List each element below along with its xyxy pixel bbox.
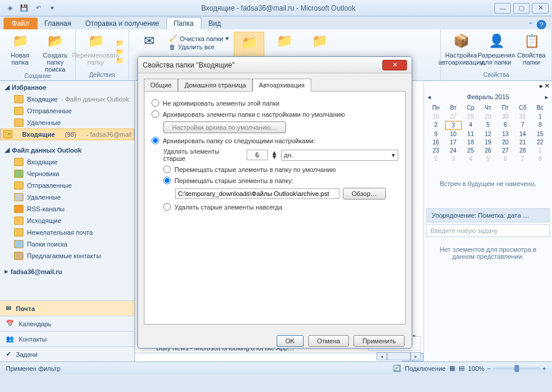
no-items-label: Нет элементов для просмотра в данном пре… [424,239,552,267]
module-contacts[interactable]: 👥Контакты [0,331,134,346]
group-actions-label: Действия [80,72,124,78]
folder-permissions-button[interactable]: 👤Разрешения для папки [481,32,511,72]
group-properties-label: Свойства [446,72,547,78]
group-create-label: Создание [5,73,70,79]
account-header[interactable]: ▸ fadsa36@mail.ru [0,265,134,278]
folder-suggested-contacts[interactable]: Предлагаемые контакты [0,250,134,262]
opt-move-custom[interactable]: Перемещать старые элементы в папку: [152,175,398,186]
age-spin-down[interactable]: ▼ [271,155,278,159]
autoarchive-page: Не архивировать элементы этой папки Архи… [144,91,406,325]
autoarchive-settings-button[interactable]: 📦Настройка автоархивации [446,32,476,72]
fav-deleted[interactable]: Удаленные [0,117,134,129]
tab-file[interactable]: Файл [4,18,38,29]
status-bar: Применен фильтр 🔄 Подключение ▦ ▤ 100% −… [0,361,552,374]
folder-deleted[interactable]: Удаленные [0,191,134,203]
fav-inbox[interactable]: Входящие - Файл данных Outlook [0,93,134,105]
navigation-pane: ◢ Избранное Входящие - Файл данных Outlo… [0,81,135,361]
tasks-icon: ✔ [6,350,11,358]
new-search-folder-button[interactable]: 📂Создать папку поиска [40,32,70,73]
qat-customize-icon[interactable]: ▾ [46,2,59,14]
person-key-icon: 👤 [487,32,506,50]
no-appointments-label: Встреч в будущем не намечено. [424,163,552,205]
browse-button[interactable]: Обзор… [343,188,386,200]
layout-normal-button[interactable]: ▦ [449,364,455,372]
module-calendar[interactable]: 📅Календарь [0,316,134,331]
fav-sent[interactable]: Отправленные [0,105,134,117]
folder-rename-icon: 📁 [86,32,105,50]
opt-custom-archive[interactable]: Архивировать папку со следующими настрой… [152,135,398,146]
opt-default-archive[interactable]: Архивировать элементы папки с настройкам… [152,109,398,120]
apply-button[interactable]: Применить [354,335,405,347]
age-value-input[interactable] [247,150,268,160]
folder-junk[interactable]: Нежелательная почта [0,227,134,238]
tab-folder[interactable]: Папка [166,17,201,29]
next-month-button[interactable]: ▸ [545,93,548,101]
folder-drafts[interactable]: Черновики [0,168,134,180]
age-unit-select[interactable]: дн.▾ [281,150,398,161]
module-mail[interactable]: ✉Почта [0,300,134,316]
delete-folder-button[interactable]: 📁 [116,56,124,65]
dialog-titlebar[interactable]: Свойства папки "Входящие" ✕ [138,57,412,73]
folder-inbox[interactable]: Входящие [0,156,134,168]
minimize-button[interactable]: — [494,3,511,13]
hscroll-right-button[interactable]: ▸ [410,352,421,360]
dialog-tab-autoarchive[interactable]: Автоархивация [253,79,311,92]
folder-rss[interactable]: RSS-каналы [0,203,134,215]
rename-folder-button[interactable]: 📁Переименовать папку [80,32,111,72]
filter-status-label: Применен фильтр [6,365,60,372]
dialog-close-button[interactable]: ✕ [382,60,407,70]
zoom-out-button[interactable]: − [487,365,490,372]
new-task-input[interactable]: Введите новую задачу [426,224,550,237]
opt-move-default[interactable]: Перемещать старые элементы в папку по ум… [152,164,398,175]
folder-sent[interactable]: Отправленные [0,180,134,191]
new-folder-button[interactable]: 📁Новая папка [5,32,35,73]
tab-view[interactable]: Вид [201,18,228,29]
dialog-tab-homepage[interactable]: Домашняя страница [178,79,253,92]
prev-month-button[interactable]: ◂ [428,93,431,101]
tab-home[interactable]: Главная [38,18,79,29]
title-bar: ◈ 💾 ↶ ▾ Входящие - fadsa36@mail.ru - Mic… [0,0,552,16]
zoom-slider[interactable] [493,367,540,370]
contacts-icon: 👥 [6,335,14,343]
move-folder-button[interactable]: 📁 [116,48,124,56]
collapse-icon[interactable]: ▸ [540,82,543,90]
hscroll-track[interactable] [387,352,410,360]
delete-all-button[interactable]: 🗑Удалить все [169,43,229,51]
module-tasks[interactable]: ✔Задачи [0,346,134,361]
qat-undo-icon[interactable]: ↶ [32,2,45,14]
tab-send-receive[interactable]: Отправка и получение [78,18,166,29]
folder-outbox[interactable]: Исходящие [0,215,134,227]
ribbon-minimize-icon[interactable]: ⌃ [528,21,533,29]
qat-outlook-icon[interactable]: ◈ [4,2,16,14]
envelope-icon: ✉ [140,32,159,50]
opt-no-archive[interactable]: Не архивировать элементы этой папки [152,97,398,109]
date-navigator[interactable]: ПнВтСрЧтПтСбВс26272829303112345678910111… [424,103,552,163]
month-label: Февраль 2015 [467,93,509,101]
close-button[interactable]: ✕ [532,3,548,13]
age-label: Удалять элементы старше [163,148,243,162]
hscroll-left-button[interactable]: ◂ [376,352,387,360]
arrangement-header[interactable]: Упорядочение: Пометка: дата … [426,208,550,222]
archive-path-input[interactable] [175,188,339,199]
cleanup-folder-button[interactable]: 🧹Очистка папки ▾ [169,34,229,43]
ok-button[interactable]: OK [277,335,304,347]
maximize-button[interactable]: ▢ [513,3,530,13]
dialog-tab-general[interactable]: Общие [144,79,178,92]
qat-save-icon[interactable]: 💾 [18,2,31,14]
cancel-button[interactable]: Отмена [308,335,349,347]
favorites-header[interactable]: ◢ Избранное [0,81,134,93]
folder-delete-icon: 📁 [116,57,124,65]
datafile-header[interactable]: ◢ Файл данных Outlook [0,144,134,156]
zoom-in-button[interactable]: + [543,365,546,372]
close-todo-icon[interactable]: ✕ [544,82,550,90]
fav-inbox-account[interactable]: Входящие (98) - fadsa36@mail [0,129,134,140]
help-icon[interactable]: ? [537,20,546,29]
opt-delete-permanently[interactable]: Удалять старые элементы навсегда [152,201,398,212]
copy-folder-button[interactable]: 📁 [116,39,124,48]
layout-reading-button[interactable]: ▤ [459,364,465,372]
folder-search-folders[interactable]: Папки поиска [0,238,134,250]
folder-copy-icon: 📁 [116,39,124,47]
folder-properties-button[interactable]: 📋Свойства папки [516,32,547,72]
default-archive-settings-button[interactable]: Настройки архива по умолчанию… [163,121,286,133]
zoom-control[interactable]: 100% − + [468,365,546,372]
